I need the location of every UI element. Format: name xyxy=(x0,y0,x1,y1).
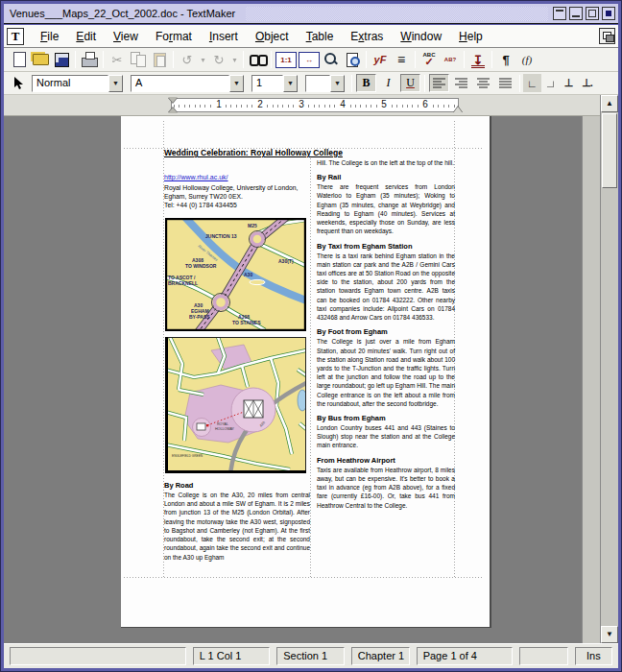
font-dropdown-arrow[interactable]: ▼ xyxy=(229,75,244,92)
close-button[interactable] xyxy=(602,7,615,20)
font-value[interactable]: A xyxy=(131,75,229,92)
cursor-position[interactable]: L 1 Col 1 xyxy=(193,647,270,665)
zoom-100-icon[interactable]: 1:1 xyxy=(275,52,297,68)
font-combo[interactable]: A ▼ xyxy=(131,75,244,92)
menu-insert[interactable]: Insert xyxy=(201,27,247,46)
junction-map-svg: M25 JUNCTION 13 A30(T) A30 A308 TO WINDS… xyxy=(165,218,306,331)
section-heading: By Rail xyxy=(317,173,455,181)
open-icon[interactable] xyxy=(30,50,51,69)
align-left-button[interactable] xyxy=(429,74,449,92)
italic-button[interactable]: I xyxy=(378,74,398,92)
toolbar-separator xyxy=(424,75,425,92)
map1-label-to-windsor: TO WINDSOR xyxy=(185,263,217,269)
window-list-icon[interactable] xyxy=(599,28,615,44)
document-heading: Wedding Celebration: Royal Holloway Coll… xyxy=(164,148,453,157)
ruler[interactable]: 123456 xyxy=(4,95,600,116)
document-menu-button[interactable]: T xyxy=(7,28,24,45)
college-link[interactable]: http://www.rhul.ac.uk/ xyxy=(164,174,309,180)
fit-width-icon[interactable]: ↔ xyxy=(299,52,320,68)
scroll-up-icon[interactable]: ▲ xyxy=(601,95,618,112)
tab-center-icon[interactable] xyxy=(560,74,578,92)
page[interactable]: Wedding Celebration: Royal Holloway Coll… xyxy=(121,116,491,628)
spellcheck-icon[interactable]: ABC xyxy=(419,50,440,69)
menu-edit[interactable]: Edit xyxy=(67,27,105,46)
menu-file[interactable]: File xyxy=(32,27,67,46)
font-size-dropdown-arrow[interactable]: ▼ xyxy=(283,75,298,92)
scroll-down-icon[interactable]: ▼ xyxy=(601,626,618,643)
document-area[interactable]: Wedding Celebration: Royal Holloway Coll… xyxy=(4,116,600,643)
paragraph-style-dropdown-arrow[interactable]: ▼ xyxy=(108,75,123,92)
function-icon[interactable]: (f) xyxy=(516,50,538,69)
section-body: Taxis are available from Heathrow airpor… xyxy=(317,466,455,510)
map-image-junction13[interactable]: M25 JUNCTION 13 A30(T) A30 A308 TO WINDS… xyxy=(165,218,306,335)
align-center-button[interactable] xyxy=(473,74,493,92)
shade-button[interactable] xyxy=(553,7,566,20)
paragraph-style-value[interactable]: Normal xyxy=(32,75,108,92)
ruler-number-2: 2 xyxy=(255,99,265,109)
copy-icon xyxy=(128,50,149,69)
toolbar-separator xyxy=(491,51,492,68)
fields-icon[interactable]: yF xyxy=(370,50,391,69)
menu-format[interactable]: Format xyxy=(147,27,201,46)
menu-items: FileEditViewFormatInsertObjectTableExtra… xyxy=(32,27,491,46)
new-document-icon[interactable] xyxy=(9,50,30,69)
menu-view[interactable]: View xyxy=(105,27,147,46)
chapter-indicator[interactable]: Chapter 1 xyxy=(351,647,410,665)
align-right-button[interactable] xyxy=(451,74,471,92)
map-image-campus[interactable]: ROYAL HOLLOWAY A30 ENGLEFIELD GREEN xyxy=(165,337,306,477)
page-indicator[interactable]: Page 1 of 4 xyxy=(417,647,513,665)
underline-button[interactable]: U xyxy=(400,74,420,92)
paragraph-settings-icon[interactable]: ≡ xyxy=(391,50,412,69)
first-line-indent-marker[interactable] xyxy=(168,97,178,103)
magnifier-icon[interactable] xyxy=(321,50,342,69)
menu-table[interactable]: Table xyxy=(298,27,343,46)
translate-icon[interactable]: AB? xyxy=(440,50,461,69)
map1-label-a30: A30 xyxy=(244,272,252,277)
font-color-dropdown-arrow[interactable]: ▼ xyxy=(330,75,345,92)
paragraph-style-combo[interactable]: Normal ▼ xyxy=(32,75,123,92)
scrollbar-thumb[interactable] xyxy=(602,113,617,188)
font-color-combo[interactable]: ▼ xyxy=(305,75,345,92)
section-indicator[interactable]: Section 1 xyxy=(276,647,345,665)
formatting-toolbar: Normal ▼ A ▼ 1 ▼ ▼ B I U xyxy=(4,72,618,95)
tab-decimal-icon[interactable] xyxy=(578,74,596,92)
tab-right-icon[interactable] xyxy=(541,74,560,92)
by-road-block: By Road The College is on the A30, 20 mi… xyxy=(164,481,310,562)
vertical-scrollbar[interactable]: ▲ ▼ xyxy=(600,95,618,643)
find-icon[interactable] xyxy=(247,50,268,69)
section-body: The College is on the A30, 20 miles from… xyxy=(164,491,310,562)
bold-button[interactable]: B xyxy=(356,74,376,92)
left-indent-marker[interactable] xyxy=(168,108,178,113)
menu-extras[interactable]: Extras xyxy=(342,27,392,46)
toolbar-separator xyxy=(173,51,174,68)
cut-icon: ✂ xyxy=(107,50,128,69)
menu-help[interactable]: Help xyxy=(450,27,491,46)
titlebar[interactable]: Venues___Maps_22_Oct_2002.doc - TextMake… xyxy=(4,4,618,24)
bottom-margin-guide xyxy=(124,577,484,578)
vertical-scrollbar[interactable] xyxy=(582,116,600,643)
menu-object[interactable]: Object xyxy=(247,27,298,46)
object-mode-pointer-icon[interactable] xyxy=(9,75,28,92)
import-icon[interactable]: ↧ xyxy=(467,50,489,69)
align-justify-button[interactable] xyxy=(495,74,515,92)
menubar: T FileEditViewFormatInsertObjectTableExt… xyxy=(4,25,618,48)
tab-left-icon[interactable] xyxy=(523,74,541,92)
maximize-button[interactable] xyxy=(586,7,599,20)
print-icon[interactable] xyxy=(79,50,100,69)
minimize-button[interactable] xyxy=(569,7,583,20)
pilcrow-icon[interactable]: ¶ xyxy=(495,50,516,69)
save-icon[interactable] xyxy=(51,50,72,69)
section-body: There is a taxi rank behind Egham statio… xyxy=(317,252,455,323)
map2-label-area: ENGLEFIELD GREEN xyxy=(172,454,203,458)
right-indent-marker[interactable] xyxy=(453,107,463,113)
font-size-value[interactable]: 1 xyxy=(251,75,283,92)
section-body: Hill. The College is on the left at the … xyxy=(317,158,455,167)
menu-window[interactable]: Window xyxy=(392,27,450,46)
page-magnifier-icon[interactable] xyxy=(342,50,363,69)
font-color-swatch[interactable] xyxy=(305,75,330,92)
ruler-strip[interactable]: 123456 xyxy=(171,98,459,112)
map2-label-royal: ROYAL xyxy=(217,422,228,426)
ruler-number-1: 1 xyxy=(214,99,224,109)
insert-mode-indicator[interactable]: Ins xyxy=(575,647,612,665)
font-size-combo[interactable]: 1 ▼ xyxy=(251,75,298,92)
